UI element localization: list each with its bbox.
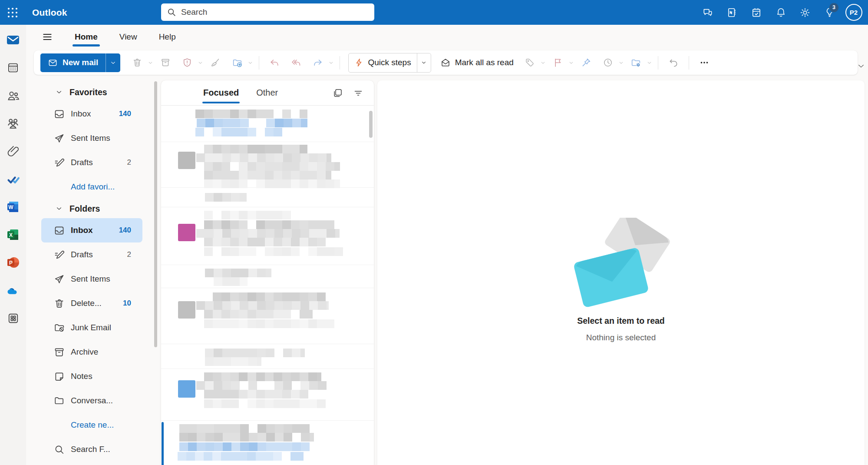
list-item[interactable] — [161, 288, 374, 344]
rail-todo-button[interactable] — [6, 172, 20, 186]
folder-item-notes[interactable]: Notes — [41, 364, 142, 389]
folder-item-drafts[interactable]: Drafts2 — [41, 242, 142, 267]
rail-excel-button[interactable]: X — [6, 227, 20, 242]
folder-item-archive[interactable]: Archive — [41, 340, 142, 364]
mosaic-cell — [239, 399, 248, 408]
list-item[interactable] — [161, 106, 374, 142]
select-all-button[interactable] — [333, 88, 343, 98]
collapse-folder-pane-button[interactable] — [41, 30, 54, 43]
forward-dropdown[interactable] — [328, 60, 334, 66]
rail-powerpoint-button[interactable]: P — [6, 255, 20, 270]
tab-help[interactable]: Help — [158, 31, 177, 43]
pin-button[interactable] — [575, 53, 597, 72]
rail-word-button[interactable]: W — [6, 199, 20, 214]
rail-mail-button[interactable] — [6, 33, 20, 47]
folder-item-drafts[interactable]: Drafts2 — [41, 150, 142, 175]
ribbon-collapse-button[interactable] — [856, 61, 866, 71]
folder-pane-scrollbar[interactable] — [154, 81, 157, 347]
rules-button[interactable] — [625, 53, 647, 72]
delete-dropdown[interactable] — [147, 60, 154, 66]
snooze-dropdown[interactable] — [618, 60, 624, 66]
folder-section-favorites[interactable]: Favorites — [26, 83, 161, 102]
delete-button[interactable] — [126, 53, 148, 72]
mosaic-cell — [266, 433, 275, 442]
quick-steps-button[interactable]: Quick steps — [349, 53, 416, 72]
quick-steps-dropdown[interactable] — [417, 53, 431, 72]
new-mail-button[interactable]: New mail — [40, 53, 106, 72]
folder-item-create-ne[interactable]: Create ne... — [41, 413, 142, 437]
mark-all-label: Mark all as read — [455, 58, 514, 67]
filter-button[interactable] — [353, 88, 363, 98]
new-mail-split-button[interactable]: New mail — [40, 53, 120, 72]
folder-item-search-f[interactable]: Search F... — [41, 437, 142, 462]
list-item[interactable] — [161, 188, 374, 207]
tab-focused[interactable]: Focused — [203, 88, 239, 98]
rail-calendar-button[interactable] — [6, 60, 20, 75]
onenote-feed-button[interactable] — [722, 3, 742, 23]
mosaic-cell — [231, 277, 240, 286]
rail-more-apps-button[interactable] — [6, 311, 20, 326]
folder-item-sent-items[interactable]: Sent Items — [41, 126, 142, 150]
snooze-button[interactable] — [597, 53, 619, 72]
mosaic-cell — [230, 145, 239, 153]
rail-groups-button[interactable] — [6, 116, 20, 131]
list-item[interactable] — [161, 421, 374, 465]
mosaic-cell — [274, 301, 283, 310]
folder-item-junk-email[interactable]: Junk Email — [41, 316, 142, 340]
new-mail-dropdown[interactable] — [106, 53, 120, 72]
tips-button[interactable]: 3 — [819, 3, 839, 23]
mosaic-cell — [266, 269, 271, 277]
folder-item-inbox[interactable]: Inbox140 — [41, 102, 142, 126]
rail-people-button[interactable] — [6, 88, 20, 103]
mosaic-cell — [284, 119, 292, 127]
mosaic-cell — [205, 433, 214, 442]
more-options-button[interactable] — [693, 53, 715, 72]
report-button[interactable] — [176, 53, 198, 72]
sweep-button[interactable] — [205, 53, 226, 72]
message-list-scrollbar[interactable] — [369, 111, 373, 138]
flag-dropdown[interactable] — [568, 60, 574, 66]
reply-button[interactable] — [264, 53, 285, 72]
move-to-button[interactable] — [226, 53, 248, 72]
tab-home[interactable]: Home — [74, 31, 99, 43]
folder-item-delete[interactable]: Delete...10 — [41, 291, 142, 316]
tab-view[interactable]: View — [119, 31, 138, 43]
tag-dropdown[interactable] — [540, 60, 546, 66]
account-button[interactable]: P2 — [844, 3, 864, 23]
folder-item-sent-items[interactable]: Sent Items — [41, 267, 142, 291]
list-item[interactable] — [161, 369, 374, 421]
mosaic-cell — [213, 128, 221, 136]
mosaic-cell — [239, 179, 248, 188]
list-item[interactable] — [161, 142, 374, 188]
rail-attachments-button[interactable] — [6, 144, 20, 159]
archive-button[interactable] — [155, 53, 176, 72]
tab-other[interactable]: Other — [256, 88, 278, 98]
tag-button[interactable] — [519, 53, 541, 72]
reply-all-button[interactable] — [285, 53, 307, 72]
notifications-button[interactable] — [771, 3, 791, 23]
mosaic-cell — [188, 442, 197, 451]
list-item[interactable] — [161, 265, 374, 288]
folder-item-inbox[interactable]: Inbox140 — [41, 218, 142, 242]
search-input[interactable]: Search — [161, 3, 374, 21]
list-item[interactable] — [161, 344, 374, 369]
mark-all-as-read-button[interactable]: Mark all as read — [435, 53, 519, 72]
chat-button[interactable] — [698, 3, 718, 23]
flag-button[interactable] — [547, 53, 569, 72]
app-launcher-button[interactable] — [0, 0, 25, 25]
forward-button[interactable] — [307, 53, 329, 72]
folder-item-add-favori[interactable]: Add favori... — [41, 175, 142, 199]
settings-button[interactable] — [795, 3, 815, 23]
folder-item-conversa[interactable]: Conversa... — [41, 389, 142, 413]
sender-avatar — [178, 380, 195, 398]
folder-section-folders[interactable]: Folders — [26, 199, 161, 218]
rules-dropdown[interactable] — [646, 60, 653, 66]
my-day-button[interactable] — [746, 3, 766, 23]
mosaic-cell — [266, 119, 275, 127]
report-dropdown[interactable] — [197, 60, 204, 66]
quick-steps-split-button[interactable]: Quick steps — [348, 53, 431, 73]
undo-button[interactable] — [663, 53, 684, 72]
rail-onedrive-button[interactable] — [6, 283, 20, 298]
move-to-dropdown[interactable] — [247, 60, 254, 66]
list-item[interactable] — [161, 207, 374, 265]
